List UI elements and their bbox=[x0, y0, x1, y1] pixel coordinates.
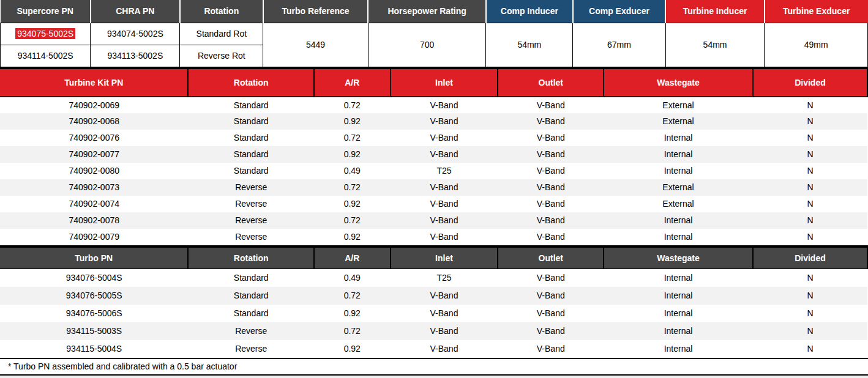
column-header-rotation: Rotation bbox=[180, 0, 263, 23]
table-cell: V-Band bbox=[391, 229, 498, 245]
table-cell: 740902-0080 bbox=[0, 163, 188, 179]
turbo-spec-page: Supercore PN CHRA PN Rotation Turbo Refe… bbox=[0, 0, 868, 378]
table-cell: Standard bbox=[188, 130, 313, 146]
table-cell: Reverse bbox=[188, 196, 313, 212]
table-cell: 0.72 bbox=[314, 97, 391, 113]
table-cell: 934076-5005S bbox=[0, 287, 188, 305]
table-cell: V-Band bbox=[498, 229, 604, 245]
column-header-ar: A/R bbox=[314, 248, 391, 269]
table-cell: Reverse bbox=[188, 322, 313, 340]
table-cell: Internal bbox=[604, 229, 753, 245]
table-row: 934115-5004SReverse0.92V-BandV-BandInter… bbox=[0, 340, 867, 358]
table-cell: V-Band bbox=[391, 113, 498, 130]
table-cell-comp-exducer: 67mm bbox=[573, 23, 666, 67]
table-cell: 934074-5002S bbox=[91, 23, 180, 45]
table-cell: N bbox=[753, 212, 867, 229]
turbo-table: Turbo PN Rotation A/R Inlet Outlet Waste… bbox=[0, 248, 868, 358]
column-header-comp-exducer: Comp Exducer bbox=[573, 0, 666, 23]
table-cell: Standard bbox=[188, 113, 313, 130]
table-cell: V-Band bbox=[391, 322, 498, 340]
bottom-strip bbox=[0, 376, 868, 378]
table-cell: Internal bbox=[604, 212, 753, 229]
table-cell: External bbox=[604, 179, 753, 196]
column-header-divided: Divided bbox=[753, 69, 867, 97]
table-cell: V-Band bbox=[391, 97, 498, 113]
table-cell: 0.92 bbox=[314, 146, 391, 163]
table-cell: V-Band bbox=[498, 113, 604, 130]
column-header-rotation: Rotation bbox=[188, 248, 313, 269]
table-cell-turbine-inducer: 54mm bbox=[665, 23, 765, 67]
table-cell-turbo-reference: 5449 bbox=[263, 23, 368, 67]
table-cell: 0.92 bbox=[314, 340, 391, 358]
table-cell: N bbox=[753, 146, 867, 163]
table-row: 934075-5002S 934074-5002S Standard Rot 5… bbox=[1, 23, 868, 45]
table-cell: V-Band bbox=[391, 212, 498, 229]
column-header-turbo-reference: Turbo Reference bbox=[263, 0, 368, 23]
table-cell: External bbox=[604, 113, 753, 130]
table-cell: 740902-0074 bbox=[0, 196, 188, 212]
table-cell: T25 bbox=[391, 269, 498, 287]
table-row: 740902-0080Standard0.49T25V-BandInternal… bbox=[0, 163, 867, 179]
table-cell: N bbox=[753, 97, 867, 113]
header-row: Supercore PN CHRA PN Rotation Turbo Refe… bbox=[1, 0, 868, 23]
table-row: 740902-0076Standard0.72V-BandV-BandInter… bbox=[0, 130, 867, 146]
column-header-turbine-exducer: Turbine Exducer bbox=[765, 0, 868, 23]
table-cell: Internal bbox=[604, 163, 753, 179]
column-header-rotation: Rotation bbox=[188, 69, 313, 97]
table-cell: 740902-0069 bbox=[0, 97, 188, 113]
table-cell: N bbox=[753, 196, 867, 212]
table-cell: 0.92 bbox=[314, 305, 391, 322]
table-row: 934076-5006SStandard0.92V-BandV-BandInte… bbox=[0, 305, 867, 322]
table-cell: Standard bbox=[188, 269, 313, 287]
table-cell: Reverse bbox=[188, 340, 313, 358]
table-cell: Reverse bbox=[188, 229, 313, 245]
highlighted-part-number: 934075-5002S bbox=[15, 28, 75, 39]
table-cell: Reverse bbox=[188, 212, 313, 229]
table-cell: 740902-0073 bbox=[0, 179, 188, 196]
table-cell: Internal bbox=[604, 305, 753, 322]
table-cell: N bbox=[753, 322, 867, 340]
column-header-outlet: Outlet bbox=[498, 69, 604, 97]
table-cell: Internal bbox=[604, 322, 753, 340]
table-cell: Standard bbox=[188, 146, 313, 163]
table-row: 740902-0079Reverse0.92V-BandV-BandIntern… bbox=[0, 229, 867, 245]
table-cell-comp-inducer: 54mm bbox=[486, 23, 573, 67]
table-row: 740902-0068Standard0.92V-BandV-BandExter… bbox=[0, 113, 867, 130]
table-cell: 740902-0079 bbox=[0, 229, 188, 245]
table-cell: 934076-5004S bbox=[0, 269, 188, 287]
table-cell: Standard bbox=[188, 305, 313, 322]
table-cell: 0.72 bbox=[314, 179, 391, 196]
table-cell: V-Band bbox=[498, 287, 604, 305]
column-header-turbo-pn: Turbo PN bbox=[0, 248, 188, 269]
table-cell: 0.72 bbox=[314, 322, 391, 340]
table-cell: 0.92 bbox=[314, 229, 391, 245]
table-cell: 934115-5004S bbox=[0, 340, 188, 358]
table-cell: V-Band bbox=[498, 340, 604, 358]
table-cell: V-Band bbox=[391, 196, 498, 212]
table-cell: Internal bbox=[604, 340, 753, 358]
footnote: * Turbo PN assembled and calibrated with… bbox=[0, 358, 868, 376]
table-cell: 0.72 bbox=[314, 212, 391, 229]
table-cell: 934076-5006S bbox=[0, 305, 188, 322]
table-cell: 0.49 bbox=[314, 163, 391, 179]
table-cell: Internal bbox=[604, 130, 753, 146]
column-header-wastegate: Wastegate bbox=[604, 69, 753, 97]
column-header-supercore-pn: Supercore PN bbox=[1, 0, 91, 23]
table-cell: T25 bbox=[391, 163, 498, 179]
column-header-inlet: Inlet bbox=[391, 69, 498, 97]
table-cell: External bbox=[604, 196, 753, 212]
table-cell: Reverse Rot bbox=[180, 45, 263, 67]
column-header-divided: Divided bbox=[753, 248, 867, 269]
table-cell: V-Band bbox=[498, 130, 604, 146]
table-cell: Internal bbox=[604, 269, 753, 287]
table-cell-turbine-exducer: 49mm bbox=[765, 23, 868, 67]
table-cell: V-Band bbox=[498, 97, 604, 113]
table-cell: 0.72 bbox=[314, 130, 391, 146]
table-row: 740902-0074Reverse0.92V-BandV-BandExtern… bbox=[0, 196, 867, 212]
column-header-wastegate: Wastegate bbox=[604, 248, 753, 269]
column-header-chra-pn: CHRA PN bbox=[91, 0, 180, 23]
table-cell: Standard bbox=[188, 287, 313, 305]
table-cell: V-Band bbox=[498, 305, 604, 322]
column-header-turbine-kit-pn: Turbine Kit PN bbox=[0, 69, 188, 97]
turbine-kit-table: Turbine Kit PN Rotation A/R Inlet Outlet… bbox=[0, 69, 868, 245]
